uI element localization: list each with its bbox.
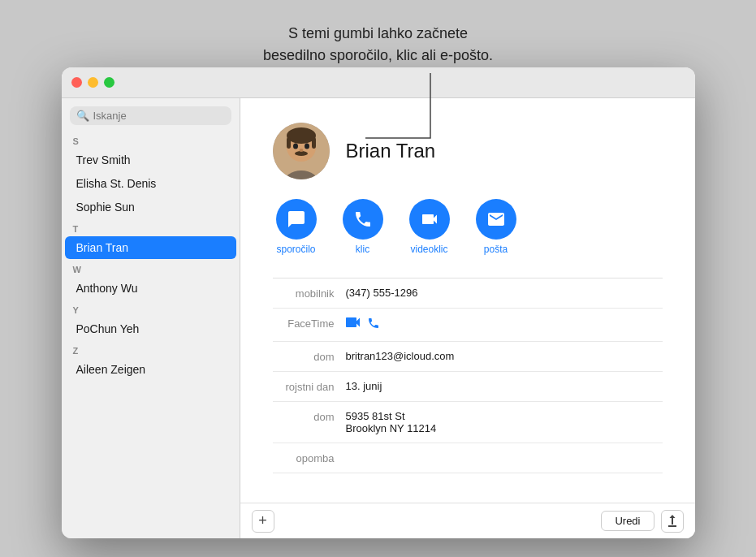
svg-rect-5	[312, 137, 316, 149]
call-button[interactable]: klic	[343, 199, 383, 255]
detail-scroll: Brian Tran sporočilo	[240, 98, 695, 503]
videocall-button[interactable]: videoklic	[409, 199, 450, 255]
detail-footer: + Uredi	[240, 503, 695, 538]
edit-button[interactable]: Uredi	[601, 511, 654, 531]
call-icon	[343, 199, 383, 240]
message-button[interactable]: sporočilo	[276, 199, 317, 255]
search-icon: 🔍	[76, 110, 89, 122]
facetime-icons	[346, 317, 380, 333]
contact-name: Brian Tran	[346, 140, 436, 162]
label-mobilnik: mobilnik	[273, 287, 346, 300]
share-icon	[667, 515, 678, 528]
info-row-mobile: mobilnik (347) 555-1296	[273, 278, 663, 309]
call-label: klic	[356, 244, 369, 255]
contact-list: S Trev Smith Elisha St. Denis Sophie Sun…	[62, 132, 240, 538]
contact-item-elisha[interactable]: Elisha St. Denis	[65, 172, 236, 195]
section-header-z: Z	[62, 341, 240, 357]
message-label: sporočilo	[276, 244, 315, 255]
label-birthday: rojstni dan	[273, 380, 346, 393]
action-buttons: sporočilo klic	[273, 199, 663, 255]
svg-rect-4	[287, 137, 291, 149]
minimize-button[interactable]	[88, 77, 98, 88]
close-button[interactable]	[71, 77, 82, 88]
value-email: britran123@icloud.com	[346, 350, 663, 362]
email-label: pošta	[484, 244, 508, 255]
info-row-email: dom britran123@icloud.com	[273, 342, 663, 372]
contact-item-anthony[interactable]: Anthony Wu	[65, 277, 236, 300]
contact-item-trev-smith[interactable]: Trev Smith	[65, 149, 236, 171]
message-icon	[276, 199, 317, 240]
info-row-birthday: rojstni dan 13. junij	[273, 372, 663, 402]
traffic-lights	[71, 77, 114, 88]
svg-point-9	[299, 149, 303, 152]
facetime-video-icon[interactable]	[346, 317, 361, 332]
section-header-s: S	[62, 132, 240, 148]
value-birthday: 13. junij	[346, 380, 663, 392]
section-header-w: W	[62, 260, 240, 276]
footer-right: Uredi	[601, 510, 683, 533]
email-icon	[476, 199, 516, 240]
svg-point-3	[287, 127, 316, 144]
contact-header: Brian Tran	[273, 123, 663, 179]
contact-item-sophie[interactable]: Sophie Sun	[65, 196, 236, 218]
value-address: 5935 81st StBrooklyn NY 11214	[346, 410, 663, 434]
videocall-icon	[409, 199, 450, 240]
add-icon: +	[258, 512, 267, 529]
info-section: mobilnik (347) 555-1296 FaceTime	[273, 278, 663, 473]
detail-panel: Brian Tran sporočilo	[240, 98, 695, 538]
section-header-t: T	[62, 219, 240, 235]
app-window: 🔍 S Trev Smith Elisha St. Denis Sophie S…	[62, 67, 695, 538]
search-input[interactable]	[93, 110, 225, 122]
maximize-button[interactable]	[104, 77, 114, 88]
search-wrapper[interactable]: 🔍	[70, 106, 231, 125]
info-row-address: dom 5935 81st StBrooklyn NY 11214	[273, 402, 663, 443]
avatar-image	[273, 123, 330, 179]
title-bar	[62, 67, 695, 98]
contact-item-aileen[interactable]: Aileen Zeigen	[65, 358, 236, 381]
email-button[interactable]: pošta	[476, 199, 516, 255]
label-facetime: FaceTime	[273, 317, 346, 330]
svg-point-7	[305, 144, 309, 149]
videocall-label: videoklic	[410, 244, 447, 255]
avatar	[273, 123, 330, 179]
svg-point-6	[293, 144, 298, 149]
info-row-note: opomba	[273, 443, 663, 473]
label-note: opomba	[273, 451, 346, 464]
label-dom-email: dom	[273, 350, 346, 363]
value-mobilnik: (347) 555-1296	[346, 287, 663, 299]
content-area: 🔍 S Trev Smith Elisha St. Denis Sophie S…	[62, 98, 695, 538]
add-button[interactable]: +	[252, 510, 274, 533]
contact-item-pochun[interactable]: PoChun Yeh	[65, 317, 236, 340]
tooltip-text: S temi gumbi lahko začnete besedilno spo…	[263, 25, 493, 63]
search-bar: 🔍	[62, 98, 240, 132]
section-header-y: Y	[62, 300, 240, 317]
label-dom-address: dom	[273, 410, 346, 423]
sidebar: 🔍 S Trev Smith Elisha St. Denis Sophie S…	[62, 98, 240, 538]
info-row-facetime: FaceTime	[273, 309, 663, 342]
facetime-phone-icon[interactable]	[367, 317, 380, 333]
share-button[interactable]	[661, 510, 684, 533]
contact-item-brian[interactable]: Brian Tran	[65, 236, 236, 259]
